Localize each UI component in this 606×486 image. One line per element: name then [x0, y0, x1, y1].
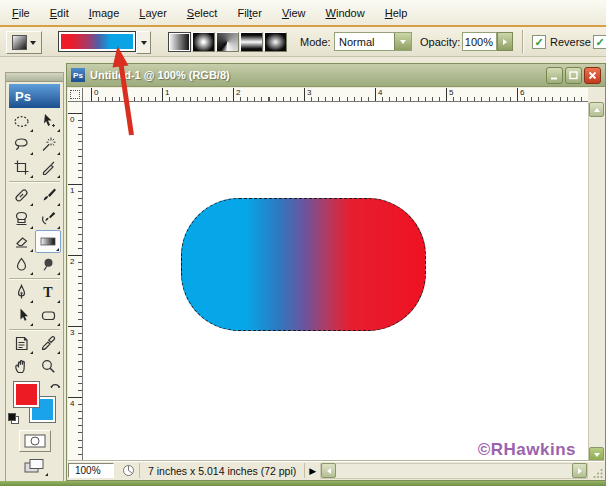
document-icon: Ps	[71, 68, 85, 82]
brush-tool[interactable]	[35, 184, 61, 207]
clone-stamp-tool[interactable]	[8, 207, 34, 230]
hand-tool[interactable]	[8, 355, 34, 378]
window-bottom-edge	[0, 481, 606, 486]
ruler-mark: 2	[233, 88, 240, 101]
window-buttons	[544, 67, 601, 84]
blur-tool[interactable]	[8, 253, 34, 276]
dodge-icon	[40, 256, 57, 273]
gradient-tool[interactable]	[35, 230, 61, 253]
menu-window[interactable]: Window	[316, 4, 375, 22]
scroll-right-button[interactable]	[572, 463, 587, 478]
reflected-gradient-button[interactable]	[240, 32, 263, 52]
menu-layer[interactable]: Layer	[129, 4, 177, 22]
reverse-checkbox[interactable]: ✓	[532, 35, 546, 49]
grip-dots-icon	[592, 467, 604, 479]
menu-edit[interactable]: Edit	[40, 4, 79, 22]
diamond-gradient-button[interactable]	[264, 32, 287, 52]
radial-gradient-button[interactable]	[192, 32, 215, 52]
check-icon: ✓	[534, 37, 543, 48]
menu-image[interactable]: Image	[79, 4, 130, 22]
toolbox-title-bar[interactable]	[6, 73, 63, 82]
ruler-mark: 4	[68, 397, 82, 408]
chevron-down-icon	[400, 40, 406, 44]
notes-tool[interactable]	[8, 332, 34, 355]
eyedropper-tool[interactable]	[35, 332, 61, 355]
document-title-bar[interactable]: Ps Untitled-1 @ 100% (RGB/8)	[67, 64, 605, 87]
pen-tool[interactable]	[8, 281, 34, 304]
minimize-button[interactable]	[546, 67, 563, 84]
quick-mask-button[interactable]	[19, 430, 51, 452]
crop-tool[interactable]	[8, 156, 34, 179]
opacity-slider-button[interactable]	[497, 32, 513, 51]
chevron-right-icon	[503, 39, 507, 45]
gradient-picker-dropdown-button[interactable]	[136, 31, 151, 54]
tool-separator	[9, 181, 60, 182]
watermark-text: ©RHawkins	[478, 440, 576, 460]
scroll-up-button[interactable]	[589, 102, 604, 117]
arrow-right-icon	[578, 468, 582, 474]
ruler-mark: 4	[375, 88, 382, 101]
marquee-icon	[13, 113, 30, 130]
angle-gradient-button[interactable]	[216, 32, 239, 52]
color-swatches	[8, 380, 61, 426]
slice-tool[interactable]	[35, 156, 61, 179]
blur-drop-icon	[13, 256, 30, 273]
default-colors-icon[interactable]	[8, 413, 18, 423]
type-tool[interactable]: T	[35, 281, 61, 304]
document-title: Untitled-1 @ 100% (RGB/8)	[90, 69, 230, 81]
status-menu-arrow[interactable]: ▶	[309, 466, 316, 476]
zoom-tool[interactable]	[35, 355, 61, 378]
check-icon: ✓	[595, 37, 604, 48]
options-divider	[522, 30, 523, 53]
magic-wand-tool[interactable]	[35, 133, 61, 156]
second-checkbox[interactable]: ✓	[593, 35, 606, 49]
menu-help[interactable]: Help	[375, 4, 418, 22]
ruler-origin-corner[interactable]	[68, 88, 83, 102]
gradient-preset-button[interactable]	[6, 31, 42, 54]
move-tool[interactable]	[35, 110, 61, 133]
lasso-tool[interactable]	[8, 133, 34, 156]
swap-colors-icon[interactable]	[50, 380, 61, 391]
slice-icon	[40, 159, 57, 176]
magic-wand-icon	[40, 136, 57, 153]
gradient-preview-picker[interactable]	[58, 31, 136, 52]
healing-brush-tool[interactable]	[8, 184, 34, 207]
menu-bar: File Edit Image Layer Select Filter View…	[0, 0, 606, 25]
canvas[interactable]: ©RHawkins	[83, 102, 588, 462]
dodge-tool[interactable]	[35, 253, 61, 276]
vertical-scrollbar[interactable]	[588, 102, 604, 462]
menu-file[interactable]: File	[2, 4, 40, 22]
hand-icon	[13, 358, 30, 375]
mode-select[interactable]: Normal	[334, 32, 412, 51]
opacity-label: Opacity:	[420, 36, 460, 48]
foreground-color-swatch[interactable]	[13, 381, 40, 408]
document-dimensions: 7 inches x 5.014 inches (72 ppi)	[139, 463, 305, 478]
scroll-down-button[interactable]	[589, 447, 604, 462]
zoom-level-field[interactable]: 100%	[68, 463, 114, 478]
screen-mode-button[interactable]	[20, 455, 50, 477]
menu-view[interactable]: View	[272, 4, 316, 22]
screen-mode-icon	[24, 458, 46, 475]
resize-grip[interactable]	[588, 463, 604, 479]
notes-icon	[13, 335, 30, 352]
maximize-button[interactable]	[565, 67, 582, 84]
ruler-mark: 2	[68, 255, 82, 266]
mode-dropdown-button[interactable]	[394, 33, 411, 50]
history-brush-tool[interactable]	[35, 207, 61, 230]
opacity-field[interactable]: 100%	[462, 32, 497, 51]
ruler-mark: 0	[91, 88, 98, 101]
menu-filter[interactable]: Filter	[227, 4, 271, 22]
horizontal-ruler: 0 1 2 3 4 5 6	[83, 88, 588, 102]
shape-tool[interactable]	[35, 304, 61, 327]
close-button[interactable]	[584, 67, 601, 84]
path-selection-tool[interactable]	[8, 304, 34, 327]
marquee-tool[interactable]	[8, 110, 34, 133]
pen-icon	[13, 284, 30, 301]
linear-gradient-button[interactable]	[168, 32, 191, 52]
horizontal-scrollbar[interactable]	[320, 463, 588, 479]
scroll-left-button[interactable]	[321, 463, 336, 478]
maximize-icon	[569, 71, 578, 80]
eraser-tool[interactable]	[8, 230, 34, 253]
menu-select[interactable]: Select	[177, 4, 228, 22]
tool-separator	[9, 278, 60, 279]
